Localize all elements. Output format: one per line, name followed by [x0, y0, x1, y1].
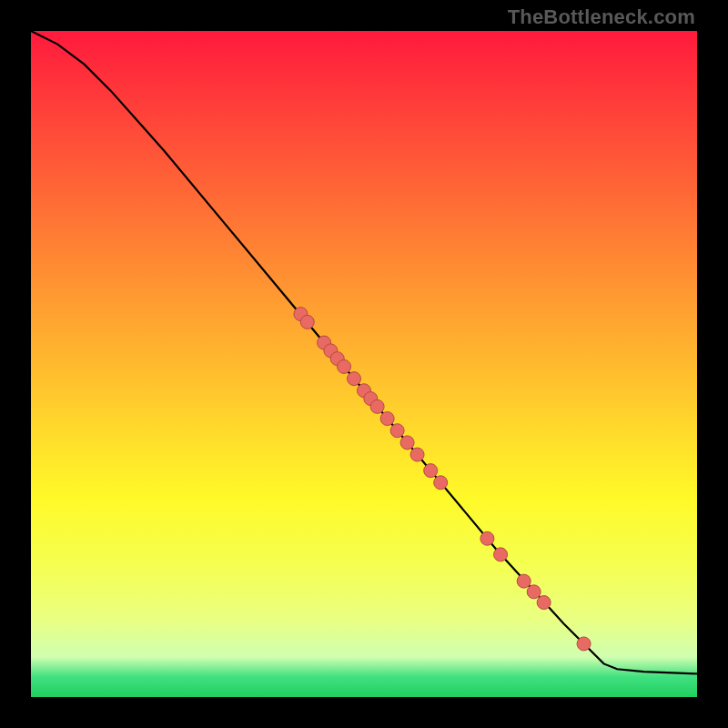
data-point [370, 399, 384, 413]
data-point [434, 476, 448, 490]
data-point [300, 315, 314, 329]
data-point [537, 596, 551, 610]
data-point [480, 531, 494, 545]
data-point [338, 359, 351, 373]
chart-frame: TheBottleneck.com [0, 0, 728, 728]
data-point [348, 372, 361, 386]
data-point [390, 424, 404, 438]
data-point [517, 574, 531, 588]
data-point [400, 436, 414, 450]
data-points [294, 308, 591, 651]
watermark-text: TheBottleneck.com [508, 5, 695, 29]
bottleneck-curve [31, 31, 697, 673]
data-point [424, 464, 438, 478]
data-point [494, 548, 508, 561]
data-point [577, 637, 591, 651]
data-point [527, 585, 541, 599]
data-point [380, 412, 394, 426]
data-point [410, 448, 424, 461]
chart-svg [31, 31, 697, 697]
